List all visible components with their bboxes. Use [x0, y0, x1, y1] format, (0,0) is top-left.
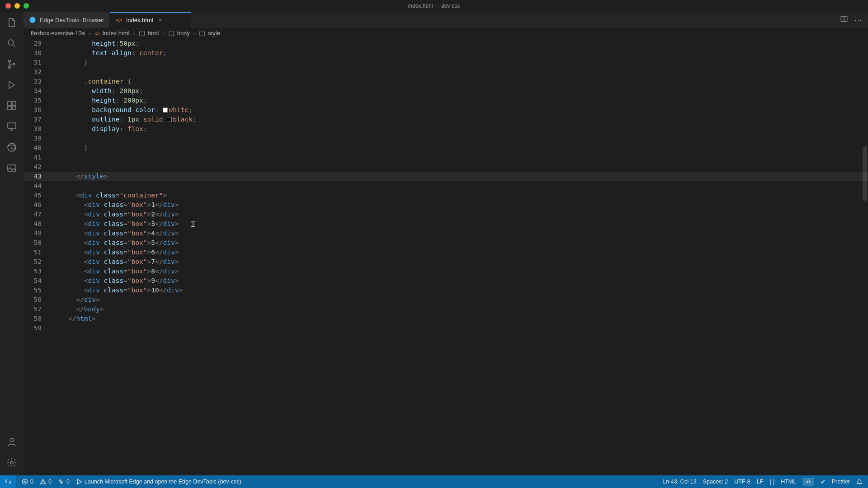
code-content[interactable]: <div class="box">10</div>	[52, 286, 868, 295]
crumb-folder[interactable]: flexbox-exercise-13a	[31, 30, 85, 37]
code-line[interactable]: 56 </div>	[24, 295, 868, 305]
code-line[interactable]: 51 <div class="box">6</div>	[24, 248, 868, 257]
status-notifications-icon[interactable]	[856, 479, 863, 485]
code-line[interactable]: 44	[24, 181, 868, 191]
status-ports[interactable]: 0	[58, 479, 70, 485]
code-line[interactable]: 58 </html>	[24, 314, 868, 324]
code-content[interactable]: <div class="box">2</div>	[52, 210, 868, 219]
status-copilot[interactable]	[802, 478, 814, 486]
code-content[interactable]: <div class="box">1</div>	[52, 200, 868, 210]
code-line[interactable]: 43 </style>	[24, 172, 868, 181]
status-errors[interactable]: 0	[22, 479, 33, 485]
code-content[interactable]: height: 200px;	[52, 96, 868, 105]
code-line[interactable]: 46 <div class="box">1</div>	[24, 200, 868, 210]
scrollbar-thumb[interactable]	[863, 146, 867, 201]
code-content[interactable]: </html>	[52, 314, 868, 324]
code-line[interactable]: 29 height:50px;	[24, 39, 868, 48]
code-line[interactable]: 41	[24, 153, 868, 162]
code-content[interactable]: </body>	[52, 305, 868, 314]
code-line[interactable]: 57 </body>	[24, 305, 868, 314]
code-content[interactable]	[52, 67, 868, 77]
code-content[interactable]: display: flex;	[52, 124, 868, 134]
accounts-icon[interactable]	[5, 436, 18, 448]
code-content[interactable]: <div class="box">3</div>	[52, 219, 868, 229]
crumb-html[interactable]: html	[139, 30, 159, 37]
code-line[interactable]: 48 <div class="box">3</div>	[24, 219, 868, 229]
status-language[interactable]: { } HTML	[769, 479, 796, 485]
window-zoom-button[interactable]	[24, 3, 29, 9]
code-content[interactable]: <div class="box">8</div>	[52, 267, 868, 276]
breadcrumb[interactable]: flexbox-exercise-13a › <>index.html › ht…	[24, 28, 868, 39]
code-content[interactable]: <div class="box">6</div>	[52, 248, 868, 257]
code-content[interactable]: }	[52, 58, 868, 67]
search-icon[interactable]	[5, 37, 18, 50]
tab-index-html[interactable]: <> index.html ×	[110, 12, 191, 28]
code-line[interactable]: 39	[24, 134, 868, 143]
code-content[interactable]: <div class="box">4</div>	[52, 229, 868, 238]
code-content[interactable]: width: 200px;	[52, 86, 868, 96]
code-line[interactable]: 30 text-align: center;	[24, 48, 868, 58]
source-control-icon[interactable]	[5, 58, 18, 70]
status-indentation[interactable]: Spaces: 2	[703, 479, 728, 485]
code-line[interactable]: 59	[24, 324, 868, 333]
window-close-button[interactable]	[5, 3, 11, 9]
status-eol[interactable]: LF	[757, 479, 764, 485]
more-actions-icon[interactable]: ⋯	[854, 16, 862, 24]
tab-close-icon[interactable]: ×	[159, 16, 162, 23]
code-line[interactable]: 33 .container {	[24, 77, 868, 86]
code-line[interactable]: 31 }	[24, 58, 868, 67]
code-content[interactable]: <div class="box">7</div>	[52, 257, 868, 267]
edge-tools-icon[interactable]	[5, 141, 18, 154]
code-content[interactable]: </div>	[52, 295, 868, 305]
code-line[interactable]: 50 <div class="box">5</div>	[24, 238, 868, 248]
status-prettier[interactable]: ✔ Prettier	[821, 479, 850, 485]
code-line[interactable]: 49 <div class="box">4</div>	[24, 229, 868, 238]
explorer-icon[interactable]	[5, 16, 18, 29]
color-swatch-icon[interactable]	[167, 117, 172, 122]
code-content[interactable]	[52, 153, 868, 162]
code-line[interactable]: 47 <div class="box">2</div>	[24, 210, 868, 219]
code-line[interactable]: 37 outline: 1px solid black;	[24, 115, 868, 124]
status-launch-edge[interactable]: Launch Microsoft Edge and open the Edge …	[76, 479, 241, 485]
code-line[interactable]: 38 display: flex;	[24, 124, 868, 134]
code-content[interactable]: height:50px;	[52, 39, 868, 48]
code-line[interactable]: 34 width: 200px;	[24, 86, 868, 96]
code-content[interactable]	[52, 181, 868, 191]
image-preview-icon[interactable]	[5, 162, 18, 174]
code-content[interactable]: }	[52, 143, 868, 153]
code-line[interactable]: 32	[24, 67, 868, 77]
tab-edge-devtools[interactable]: Edge DevTools: Browser	[24, 12, 110, 28]
remote-explorer-icon[interactable]	[5, 120, 18, 133]
settings-gear-icon[interactable]	[5, 456, 18, 469]
code-line[interactable]: 45 <div class="container">	[24, 191, 868, 200]
code-content[interactable]	[52, 162, 868, 172]
code-line[interactable]: 52 <div class="box">7</div>	[24, 257, 868, 267]
code-content[interactable]: background-color: white;	[52, 105, 868, 115]
crumb-file[interactable]: <>index.html	[94, 30, 129, 37]
code-content[interactable]: text-align: center;	[52, 48, 868, 58]
code-content[interactable]: <div class="container">	[52, 191, 868, 200]
status-cursor-position[interactable]: Ln 43, Col 13	[663, 479, 696, 485]
code-line[interactable]: 55 <div class="box">10</div>	[24, 286, 868, 295]
code-content[interactable]	[52, 324, 868, 333]
code-content[interactable]: <div class="box">5</div>	[52, 238, 868, 248]
code-line[interactable]: 40 }	[24, 143, 868, 153]
code-content[interactable]: .container {	[52, 77, 868, 86]
code-content[interactable]: outline: 1px solid black;	[52, 115, 868, 124]
code-content[interactable]: <div class="box">9</div>	[52, 276, 868, 286]
code-line[interactable]: 35 height: 200px;	[24, 96, 868, 105]
code-content[interactable]: </style>	[52, 172, 868, 181]
status-encoding[interactable]: UTF-8	[734, 479, 750, 485]
code-line[interactable]: 53 <div class="box">8</div>	[24, 267, 868, 276]
run-debug-icon[interactable]	[5, 79, 18, 91]
code-editor[interactable]: 29 height:50px;30 text-align: center;31 …	[24, 39, 868, 475]
code-line[interactable]: 42	[24, 162, 868, 172]
crumb-body[interactable]: body	[168, 30, 190, 37]
color-swatch-icon[interactable]	[163, 108, 168, 113]
crumb-style[interactable]: style	[199, 30, 220, 37]
status-warnings[interactable]: 0	[40, 479, 52, 485]
window-minimize-button[interactable]	[14, 3, 20, 9]
code-content[interactable]	[52, 134, 868, 143]
remote-indicator[interactable]	[0, 475, 16, 488]
split-editor-icon[interactable]	[840, 15, 848, 25]
